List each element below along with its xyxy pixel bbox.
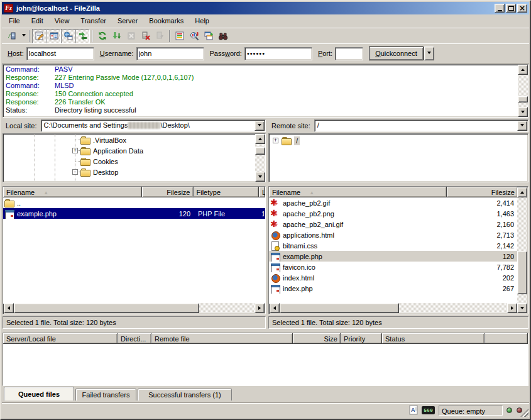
- file-row[interactable]: favicon.ico7,782: [269, 262, 518, 272]
- port-input[interactable]: [335, 47, 363, 60]
- directory-filters-button[interactable]: [172, 29, 187, 43]
- tree-item[interactable]: + Application Data: [4, 145, 255, 156]
- file-row[interactable]: index.html202: [269, 272, 518, 283]
- column-header-priority[interactable]: Priority: [341, 333, 382, 344]
- log-line: Response:226 Transfer OK: [4, 98, 517, 106]
- remote-list-vscrollbar[interactable]: [517, 187, 527, 313]
- menu-server[interactable]: Server: [112, 16, 143, 26]
- close-button[interactable]: ×: [517, 4, 527, 13]
- column-header-size[interactable]: Size: [293, 333, 341, 344]
- synchronized-browsing-button[interactable]: [201, 29, 216, 43]
- remote-status-text: Selected 1 file. Total size: 120 bytes: [268, 316, 528, 329]
- menu-view[interactable]: View: [49, 16, 75, 26]
- refresh-button[interactable]: [95, 29, 109, 43]
- reconnect-button[interactable]: [153, 29, 167, 43]
- menu-file[interactable]: File: [3, 16, 26, 26]
- quickconnect-dropdown[interactable]: [424, 47, 434, 60]
- compare-directories-button[interactable]: [187, 29, 201, 43]
- scroll-thumb[interactable]: [280, 303, 399, 313]
- collapse-minus-icon[interactable]: -: [72, 169, 78, 175]
- local-site-combobox[interactable]: C:\Documents and Settings\Desktop\: [41, 119, 266, 132]
- expand-plus-icon[interactable]: +: [273, 138, 278, 143]
- toggle-remote-treeview-button[interactable]: [61, 29, 75, 43]
- local-directory-tree: .VirtualBox + Application Data Cookies -…: [3, 133, 266, 182]
- disconnect-icon: [141, 31, 151, 41]
- menu-help[interactable]: Help: [189, 16, 215, 26]
- column-header-direction[interactable]: Directi...: [118, 333, 151, 344]
- file-row[interactable]: bitnami.css2,142: [269, 240, 518, 251]
- remote-list-hscrollbar[interactable]: [270, 303, 517, 313]
- host-input[interactable]: [26, 47, 94, 60]
- column-header-filename[interactable]: Filename▲: [269, 187, 447, 197]
- local-list-hscrollbar[interactable]: [4, 303, 265, 313]
- tree-item[interactable]: .VirtualBox: [4, 135, 255, 145]
- column-header-status[interactable]: Status: [382, 333, 484, 344]
- password-input[interactable]: [244, 47, 312, 60]
- toggle-local-treeview-button[interactable]: [47, 29, 61, 43]
- site-manager-dropdown[interactable]: [19, 29, 27, 43]
- reconnect-icon: [155, 31, 165, 41]
- queue-body[interactable]: [3, 344, 528, 385]
- column-header-filesize[interactable]: Filesize: [142, 187, 194, 197]
- folder-icon: [80, 146, 90, 156]
- tab-successful-transfers[interactable]: Successful transfers (1): [138, 389, 232, 401]
- remote-site-dropdown[interactable]: [517, 121, 527, 131]
- scroll-thumb[interactable]: [255, 147, 265, 155]
- data-type-ascii-icon[interactable]: A: [409, 405, 419, 416]
- local-path-prefix: C:\Documents and Settings: [44, 121, 128, 129]
- remote-directory-tree: + /: [268, 133, 528, 182]
- file-icon: [270, 273, 280, 283]
- local-tree-scrollbar[interactable]: [255, 134, 265, 182]
- maximize-icon: [508, 6, 514, 11]
- file-row[interactable]: ..: [3, 197, 265, 208]
- tree-item[interactable]: Cookies: [4, 156, 255, 167]
- local-site-dropdown[interactable]: [255, 121, 265, 131]
- site-manager-button[interactable]: [4, 29, 19, 43]
- toggle-transfer-queue-button[interactable]: [75, 29, 90, 43]
- file-icon: [270, 219, 280, 229]
- file-row-selected[interactable]: example.php 120 PHP File 1: [3, 208, 265, 219]
- column-header-filename[interactable]: Filename▲: [3, 187, 142, 197]
- file-row[interactable]: apache_pb2.png1,463: [269, 208, 518, 219]
- remote-site-combobox[interactable]: /: [314, 119, 528, 132]
- toolbar-separator: [92, 30, 93, 42]
- maximize-button[interactable]: [506, 4, 516, 13]
- menu-bookmarks[interactable]: Bookmarks: [143, 16, 189, 26]
- remote-panel: Remote site: / + / Filename▲ Filesize ap…: [268, 119, 528, 329]
- title-bar[interactable]: Fz john@localhost - FileZilla ×: [2, 2, 529, 14]
- local-treeview-icon: [49, 31, 59, 41]
- speed-limit-icon[interactable]: 560: [422, 406, 435, 414]
- scroll-thumb[interactable]: [518, 96, 528, 102]
- tab-failed-transfers[interactable]: Failed transfers: [75, 389, 136, 401]
- tab-queued-files[interactable]: Queued files: [4, 387, 74, 401]
- menu-transfer[interactable]: Transfer: [75, 16, 112, 26]
- column-header-server-local-file[interactable]: Server/Local file: [3, 333, 118, 344]
- scroll-thumb[interactable]: [517, 251, 527, 294]
- log-scrollbar[interactable]: [518, 65, 528, 117]
- minimize-button[interactable]: [495, 4, 505, 13]
- column-header-modified[interactable]: L: [259, 187, 265, 197]
- column-header-filesize[interactable]: Filesize: [447, 187, 518, 197]
- process-queue-button[interactable]: [109, 29, 124, 43]
- menu-edit[interactable]: Edit: [26, 16, 49, 26]
- column-header-blank: [484, 333, 528, 344]
- file-row[interactable]: applications.html2,713: [269, 229, 518, 240]
- quickconnect-button[interactable]: Quickconnect: [369, 47, 424, 60]
- find-files-button[interactable]: [216, 29, 230, 43]
- cancel-operation-button[interactable]: [124, 29, 138, 43]
- file-row[interactable]: index.php267: [269, 283, 518, 294]
- toggle-message-log-button[interactable]: [32, 29, 47, 43]
- column-header-filetype[interactable]: Filetype: [194, 187, 260, 197]
- file-row[interactable]: apache_pb2.gif2,414: [269, 197, 518, 208]
- column-header-remote-file[interactable]: Remote file: [151, 333, 293, 344]
- disconnect-button[interactable]: [138, 29, 153, 43]
- username-input[interactable]: [136, 47, 204, 60]
- tree-item[interactable]: - Desktop: [4, 167, 255, 177]
- file-row-selected[interactable]: example.php120: [269, 251, 518, 262]
- svg-text:A: A: [411, 407, 415, 413]
- tree-item[interactable]: + /: [270, 135, 527, 146]
- expand-plus-icon[interactable]: +: [72, 148, 78, 153]
- scroll-thumb[interactable]: [14, 303, 199, 313]
- local-list-body: .. example.php 120 PHP File 1: [3, 197, 265, 304]
- file-row[interactable]: apache_pb2_ani.gif2,160: [269, 219, 518, 229]
